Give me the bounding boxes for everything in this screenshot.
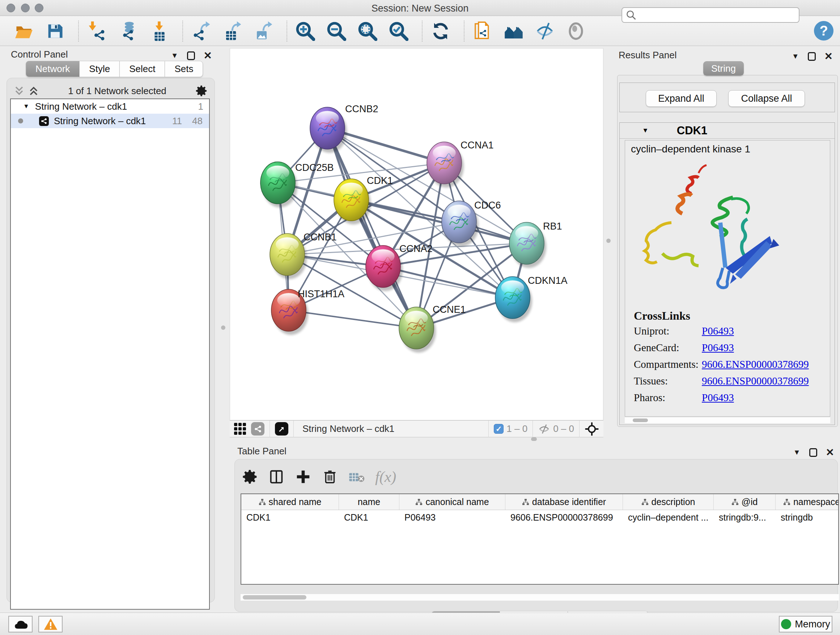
crosslink-link[interactable]: 9606.ENSP00000378699	[702, 358, 809, 371]
search-input[interactable]	[637, 10, 789, 20]
delete-column-trash-icon[interactable]	[322, 469, 338, 485]
tab-string[interactable]: String	[703, 61, 744, 76]
zoom-in-icon[interactable]	[295, 21, 316, 41]
zoom-selected-icon[interactable]	[388, 21, 409, 41]
table-cell[interactable]: CDK1	[339, 510, 399, 524]
import-table-file-icon[interactable]	[149, 21, 169, 41]
table-cell[interactable]: P06493	[399, 510, 505, 524]
table-cell[interactable]: stringdb	[775, 510, 839, 524]
toolbar-divider	[422, 21, 423, 42]
collapse-panel-icon[interactable]: ▼	[171, 51, 178, 60]
results-scrollbar-thumb[interactable]	[633, 418, 648, 422]
column-header-@id[interactable]: @id	[714, 494, 775, 510]
selected-checkbox-icon[interactable]: ✓	[494, 424, 504, 434]
right-splitter-handle[interactable]	[606, 239, 611, 243]
string-network-icon	[39, 116, 49, 126]
open-in-window-icon[interactable]	[275, 422, 288, 435]
table-cell[interactable]: cyclin–dependent ...	[623, 510, 714, 524]
network-tree: ▼ String Network – cdk1 1 String Network…	[10, 98, 210, 610]
column-header-canonical-name[interactable]: canonical name	[399, 494, 505, 510]
delete-table-icon-disabled	[348, 470, 365, 484]
expand-all-networks-icon[interactable]	[14, 86, 25, 96]
gene-details: cyclin–dependent kinase 1	[625, 140, 830, 417]
export-network-icon[interactable]	[191, 21, 211, 41]
crosslink-link[interactable]: P06493	[702, 325, 734, 337]
node-table[interactable]: shared namenamecanonical namedatabase id…	[240, 494, 839, 585]
memory-button[interactable]: Memory	[779, 616, 832, 632]
crosslinks-title: CrossLinks	[634, 309, 809, 323]
string-badge-icon[interactable]	[251, 422, 264, 435]
tab-sets[interactable]: Sets	[165, 61, 203, 77]
collapse-panel-icon[interactable]: ▼	[793, 448, 801, 456]
close-panel-icon[interactable]: ✕	[826, 447, 834, 458]
expand-all-button[interactable]: Expand All	[646, 90, 717, 107]
string-network-graph[interactable]: CCNB2CCNA1CDC25BCDK1CDC6RB1CCNB1CCNA2CDK…	[230, 49, 603, 420]
table-header-row: shared namenamecanonical namedatabase id…	[241, 494, 838, 510]
table-body: CDK1CDK1P064939606.ENSP00000378699cyclin…	[241, 510, 838, 524]
hidden-nodes-edges-count: 0 – 0	[553, 423, 574, 434]
export-image-icon[interactable]	[253, 21, 273, 41]
tab-network[interactable]: Network	[26, 61, 80, 77]
svg-text:HIST1H1A: HIST1H1A	[298, 288, 344, 299]
table-cell[interactable]: stringdb:9...	[714, 510, 775, 524]
gear-icon[interactable]	[195, 85, 208, 97]
show-panel-eye-icon[interactable]	[566, 21, 586, 41]
column-header-description[interactable]: description	[623, 494, 714, 510]
tab-select[interactable]: Select	[120, 61, 165, 77]
hide-panel-eye-icon[interactable]	[535, 21, 555, 41]
cloud-status-button[interactable]	[8, 616, 33, 632]
birds-eye-view-icon[interactable]	[234, 423, 246, 435]
toolbar-divider	[464, 21, 464, 42]
column-header-shared-name[interactable]: shared name	[241, 494, 339, 510]
float-panel-icon[interactable]	[187, 51, 195, 60]
control-panel-tabs: Network Style Select Sets	[26, 61, 203, 77]
help-button[interactable]: ?	[814, 21, 834, 41]
zoom-fit-icon[interactable]	[357, 21, 378, 41]
create-column-plus-icon[interactable]	[295, 469, 311, 485]
column-header-database-identifier[interactable]: database identifier	[505, 494, 623, 510]
tab-style[interactable]: Style	[80, 61, 120, 77]
refresh-view-icon[interactable]	[431, 21, 451, 41]
float-panel-icon[interactable]	[809, 448, 817, 457]
collapse-panel-icon[interactable]: ▼	[792, 52, 799, 60]
table-settings-gear-icon[interactable]	[242, 469, 258, 485]
table-scrollbar-thumb[interactable]	[243, 595, 306, 600]
close-panel-icon[interactable]: ✕	[204, 50, 212, 62]
open-session-icon[interactable]	[14, 21, 34, 41]
fit-selected-crosshair-icon[interactable]	[584, 422, 599, 436]
network-canvas[interactable]: CCNB2CCNA1CDC25BCDK1CDC6RB1CCNB1CCNA2CDK…	[230, 48, 603, 420]
network-node-RB1: RB1	[509, 221, 562, 264]
crosslink-link[interactable]: P06493	[702, 392, 734, 404]
close-panel-icon[interactable]: ✕	[824, 50, 833, 62]
column-header-name[interactable]: name	[339, 494, 399, 510]
table-scrollbar-track[interactable]	[240, 594, 839, 600]
export-table-icon[interactable]	[222, 21, 242, 41]
search-field[interactable]	[622, 7, 799, 23]
control-panel-title: Control Panel	[11, 49, 68, 60]
import-network-file-icon[interactable]	[87, 21, 107, 41]
import-network-database-icon[interactable]	[118, 21, 138, 41]
zoom-out-icon[interactable]	[326, 21, 347, 41]
table-row[interactable]: CDK1CDK1P064939606.ENSP00000378699cyclin…	[241, 510, 838, 524]
table-cell[interactable]: CDK1	[241, 510, 339, 524]
column-header-namespace[interactable]: namespace	[775, 494, 839, 510]
crosslink-link[interactable]: P06493	[702, 342, 734, 354]
results-scrollbar-track[interactable]	[625, 417, 830, 423]
show-columns-icon[interactable]	[268, 469, 285, 485]
network-collection-row[interactable]: ▼ String Network – cdk1 1	[11, 99, 209, 114]
collection-expand-icon[interactable]: ▼	[23, 103, 29, 110]
collapse-all-button[interactable]: Collapse All	[728, 90, 805, 107]
warning-status-button[interactable]	[38, 616, 63, 632]
table-cell[interactable]: 9606.ENSP00000378699	[505, 510, 623, 524]
save-session-icon[interactable]	[45, 21, 65, 41]
section-collapse-icon[interactable]: ▼	[642, 127, 649, 134]
network-row-selected[interactable]: String Network – cdk1 11 48	[11, 114, 209, 128]
crosslink-link[interactable]: 9606.ENSP00000378699	[702, 375, 809, 387]
left-splitter-handle[interactable]	[221, 325, 225, 330]
float-panel-icon[interactable]	[808, 52, 816, 61]
collapse-all-networks-icon[interactable]	[28, 86, 39, 96]
footer-divider	[532, 421, 533, 437]
home-icon[interactable]	[504, 21, 524, 41]
export-document-icon[interactable]	[472, 21, 493, 41]
gene-section-header[interactable]: ▼ CDK1	[620, 123, 835, 139]
